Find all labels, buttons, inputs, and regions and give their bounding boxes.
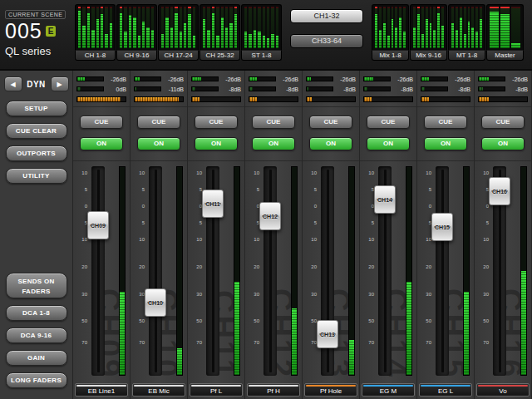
on-button[interactable]: ON (424, 137, 467, 150)
cue-button[interactable]: CUE (137, 116, 180, 129)
meter-bank-mix-1-8[interactable]: Mix 1-8 (372, 4, 409, 61)
fader-scale-tick: 30 (476, 292, 489, 297)
level-meter-bar (413, 7, 416, 48)
cue-button[interactable]: CUE (80, 116, 123, 129)
channel-name-tab[interactable]: EG M (362, 383, 415, 397)
cue-button[interactable]: CUE (195, 116, 238, 129)
fader-scale-tick: 5 (304, 220, 317, 225)
fader-track[interactable]: CH14 (378, 166, 392, 376)
meter-bank-ch-1-8[interactable]: CH 1-8 (75, 4, 116, 61)
sidebar-utility-button[interactable]: UTILITY (6, 168, 67, 184)
fader-track[interactable]: CH11 (206, 166, 219, 376)
sidebar-sends-on-faders-button[interactable]: SENDS ON FADERS (6, 273, 67, 298)
level-meter-bar (78, 7, 81, 48)
cue-button[interactable]: CUE (252, 116, 295, 129)
cue-button[interactable]: CUE (481, 116, 525, 129)
fader-scale-tick: 10 (190, 170, 202, 175)
fader-track[interactable]: CH16 (493, 166, 506, 376)
fader-cap[interactable]: CH14 (374, 185, 396, 214)
sidebar-long-faders-button[interactable]: LONG FADERS (6, 372, 67, 388)
channel-color-stripe (478, 385, 528, 387)
sidebar-gain-button[interactable]: GAIN (6, 350, 67, 366)
console-series-label: QL series (5, 45, 71, 57)
fader-track[interactable]: CH12 (264, 166, 277, 376)
fader-cap[interactable]: CH16 (489, 177, 510, 205)
level-meter-bar (480, 7, 482, 48)
current-scene-label: CURRENT SCENE (5, 10, 66, 19)
fader-track[interactable]: CH09 (91, 166, 105, 376)
sidebar-dca-9-16-button[interactable]: DCA 9-16 (6, 328, 67, 343)
meter-bank-ch-17-24[interactable]: CH 17-24 (158, 4, 199, 61)
on-button[interactable]: ON (309, 137, 352, 150)
meter-bank-st-1-8[interactable]: ST 1-8 (241, 4, 282, 61)
fader-cap[interactable]: CH09 (87, 211, 109, 239)
channel-name-tab[interactable]: EB Mic (132, 383, 185, 397)
channel-color-stripe (421, 385, 470, 387)
channel-color-stripe (191, 385, 241, 387)
bank-meters (410, 4, 447, 50)
fader-track[interactable]: CH15 (436, 166, 449, 376)
cue-button[interactable]: CUE (424, 116, 467, 129)
bank-meters (116, 4, 157, 50)
fader-scale-tick: 30 (304, 292, 317, 297)
sidebar-dca-1-8-button[interactable]: DCA 1-8 (6, 305, 67, 321)
next-arrow-button[interactable]: ▶ (51, 76, 69, 91)
level-meter-bar (471, 7, 474, 48)
post-level-meter (363, 86, 391, 91)
channel-name-tab[interactable]: Pf H (247, 383, 300, 397)
fader-scale-tick: 0 (190, 204, 202, 209)
cue-button[interactable]: CUE (309, 116, 352, 129)
bank-ch33-64-button[interactable]: CH33-64 (290, 34, 363, 48)
channel-name-tab[interactable]: EB Line1 (75, 383, 128, 397)
fader-area: CH13105051020305070CH13 (303, 161, 359, 382)
prev-arrow-button[interactable]: ◀ (4, 76, 22, 91)
sidebar-bottom-buttons: SENDS ON FADERSDCA 1-8DCA 9-16GAINLONG F… (6, 273, 67, 395)
on-button[interactable]: ON (367, 137, 410, 150)
fader-scale-tick: 0 (304, 204, 317, 209)
strip-meter-block: -26dB-11dB (131, 71, 187, 107)
dynamics-gr-meter (421, 96, 470, 102)
strip-meter-block: -26dB-8dB (360, 71, 416, 107)
channel-name-tab[interactable]: Pf Hole (304, 383, 357, 397)
fader-scale-tick: 0 (419, 204, 431, 209)
dynamics-gr-meter (249, 96, 298, 102)
channel-strip-ch12: -26dB-8dBCUEONCH12105051020305070CH12Pf … (245, 71, 303, 399)
fader-scale: 105051020305070 (76, 166, 88, 376)
on-button[interactable]: ON (137, 137, 180, 150)
fader-scale-tick: 50 (362, 318, 374, 323)
channel-name-tab[interactable]: Pf L (190, 383, 243, 397)
channel-level-meter (348, 166, 355, 376)
bank-ch1-32-button[interactable]: CH1-32 (290, 9, 363, 23)
fader-cap[interactable]: CH11 (202, 190, 224, 218)
meter-bank-master[interactable]: Master (486, 4, 524, 61)
input-level-meter (134, 76, 161, 81)
fader-cap[interactable]: CH10 (145, 288, 166, 317)
meter-bank-mt-1-8[interactable]: MT 1-8 (448, 4, 485, 61)
input-level-meter (478, 76, 505, 81)
fader-cap[interactable]: CH15 (431, 213, 453, 241)
fader-scale-tick: 20 (476, 264, 489, 269)
channel-name-tab[interactable]: Vo (476, 383, 530, 397)
meter-bank-ch-9-16[interactable]: CH 9-16 (116, 4, 157, 61)
sidebar-cue-clear-button[interactable]: CUE CLEAR (6, 123, 67, 139)
sidebar-setup-button[interactable]: SETUP (6, 101, 67, 116)
on-button[interactable]: ON (481, 137, 525, 150)
sidebar-outports-button[interactable]: OUTPORTS (6, 145, 67, 161)
level-meter-bar (395, 7, 397, 48)
level-meter-bar (175, 7, 177, 48)
meter-bank-mix-9-16[interactable]: Mix 9-16 (410, 4, 447, 61)
channel-name-tab[interactable]: EG L (419, 383, 472, 397)
level-meter-bar (475, 7, 478, 48)
fader-cap[interactable]: CH12 (259, 202, 281, 230)
fader-track[interactable]: CH10 (149, 166, 162, 376)
cue-button[interactable]: CUE (367, 116, 410, 129)
on-button[interactable]: ON (195, 137, 238, 150)
on-button[interactable]: ON (80, 137, 123, 150)
meter-bank-ch-25-32[interactable]: CH 25-32 (200, 4, 240, 61)
level-meter-bar (263, 7, 265, 48)
fader-scale-tick: 5 (419, 220, 431, 225)
scene-panel[interactable]: CURRENT SCENE 005 E QL series (2, 4, 74, 66)
on-button[interactable]: ON (252, 137, 295, 150)
fader-track[interactable]: CH13 (321, 166, 334, 376)
fader-cap[interactable]: CH13 (317, 320, 338, 348)
